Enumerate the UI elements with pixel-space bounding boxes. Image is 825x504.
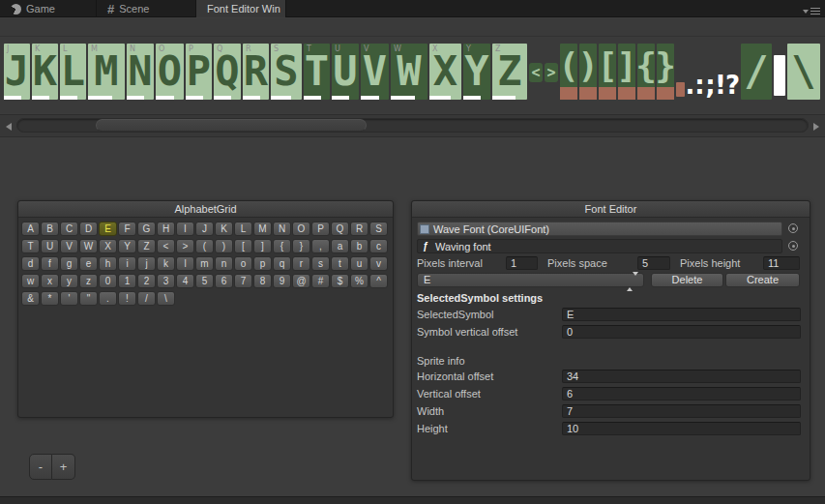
alphabet-key[interactable]: q bbox=[273, 256, 291, 271]
alphabet-key[interactable]: l bbox=[176, 256, 194, 271]
tab-game[interactable]: Game bbox=[0, 0, 97, 17]
alphabet-key[interactable]: z bbox=[79, 274, 98, 288]
alphabet-key[interactable]: 7 bbox=[234, 274, 252, 288]
alphabet-key[interactable]: r bbox=[292, 256, 310, 271]
object-field-waving-font[interactable]: ƒ Waving font bbox=[417, 239, 782, 253]
alphabet-key[interactable]: h bbox=[99, 256, 117, 271]
alphabet-key[interactable]: 1 bbox=[118, 274, 136, 288]
alphabet-key[interactable]: y bbox=[60, 274, 78, 288]
scrollbar-track[interactable] bbox=[16, 118, 809, 133]
alphabet-key[interactable]: O bbox=[292, 222, 310, 236]
alphabet-key[interactable]: Y bbox=[118, 239, 136, 253]
alphabet-key[interactable]: t bbox=[331, 256, 349, 271]
delete-button[interactable]: Delete bbox=[651, 273, 723, 287]
alphabet-key[interactable]: > bbox=[176, 239, 194, 253]
alphabet-key[interactable]: g bbox=[60, 256, 78, 271]
alphabet-key[interactable]: . bbox=[99, 291, 117, 306]
selected-symbol-input[interactable]: E bbox=[562, 308, 801, 321]
alphabet-key[interactable]: 8 bbox=[253, 274, 272, 288]
alphabet-key[interactable]: A bbox=[21, 222, 40, 236]
alphabet-key[interactable]: F bbox=[118, 222, 136, 236]
scroll-left-arrow-icon[interactable] bbox=[6, 123, 12, 131]
alphabet-key[interactable]: M bbox=[253, 222, 272, 236]
zoom-in-button[interactable]: + bbox=[52, 454, 75, 480]
alphabet-key[interactable]: 5 bbox=[195, 274, 214, 288]
alphabet-key[interactable]: ) bbox=[215, 239, 233, 253]
alphabet-key[interactable]: w bbox=[21, 274, 40, 288]
alphabet-key[interactable]: $ bbox=[331, 274, 349, 288]
alphabet-key[interactable]: / bbox=[137, 291, 156, 306]
alphabet-key[interactable]: i bbox=[118, 256, 136, 271]
alphabet-key[interactable]: I bbox=[176, 222, 194, 236]
pixels-height-input[interactable]: 11 bbox=[763, 256, 800, 270]
alphabet-key[interactable]: k bbox=[157, 256, 175, 271]
pixels-interval-input[interactable]: 1 bbox=[506, 256, 538, 270]
alphabet-key[interactable]: 2 bbox=[137, 274, 156, 288]
horizontal-offset-input[interactable]: 34 bbox=[562, 370, 801, 383]
alphabet-key[interactable]: C bbox=[60, 222, 78, 236]
alphabet-key[interactable]: J bbox=[195, 222, 214, 236]
alphabet-key[interactable]: * bbox=[41, 291, 59, 306]
alphabet-key[interactable]: U bbox=[41, 239, 59, 253]
alphabet-key[interactable]: j bbox=[137, 256, 156, 271]
object-field-wave-font[interactable]: Wave Font (CoreUIFont) bbox=[417, 222, 782, 236]
alphabet-key[interactable]: b bbox=[350, 239, 368, 253]
alphabet-key[interactable]: # bbox=[311, 274, 330, 288]
alphabet-key[interactable]: p bbox=[253, 256, 272, 271]
alphabet-key[interactable]: s bbox=[311, 256, 330, 271]
alphabet-key[interactable]: e bbox=[79, 256, 98, 271]
alphabet-key[interactable]: E bbox=[99, 222, 117, 236]
alphabet-key[interactable]: W bbox=[79, 239, 98, 253]
alphabet-key[interactable]: B bbox=[41, 222, 59, 236]
vertical-offset-input[interactable]: 6 bbox=[562, 387, 801, 400]
alphabet-key[interactable]: o bbox=[234, 256, 252, 271]
alphabet-key[interactable]: { bbox=[273, 239, 291, 253]
alphabet-key[interactable]: " bbox=[79, 291, 98, 306]
alphabet-key[interactable]: G bbox=[137, 222, 156, 236]
alphabet-key[interactable]: c bbox=[369, 239, 388, 253]
alphabet-key[interactable]: 3 bbox=[157, 274, 175, 288]
alphabet-key[interactable]: v bbox=[369, 256, 388, 271]
alphabet-key[interactable]: ^ bbox=[369, 274, 388, 288]
alphabet-key[interactable]: f bbox=[41, 256, 59, 271]
alphabet-key[interactable]: < bbox=[157, 239, 175, 253]
object-picker-icon[interactable] bbox=[788, 223, 798, 233]
alphabet-key[interactable]: L bbox=[234, 222, 252, 236]
alphabet-key[interactable]: P bbox=[311, 222, 330, 236]
alphabet-key[interactable]: 6 bbox=[215, 274, 233, 288]
alphabet-key[interactable]: T bbox=[21, 239, 40, 253]
alphabet-key[interactable]: N bbox=[273, 222, 291, 236]
alphabet-key[interactable]: @ bbox=[292, 274, 310, 288]
width-input[interactable]: 7 bbox=[562, 404, 801, 418]
alphabet-key[interactable]: x bbox=[41, 274, 59, 288]
alphabet-key[interactable]: ! bbox=[118, 291, 136, 306]
alphabet-key[interactable]: 4 bbox=[176, 274, 194, 288]
alphabet-key[interactable]: } bbox=[292, 239, 310, 253]
alphabet-key[interactable]: n bbox=[215, 256, 233, 271]
alphabet-key[interactable]: V bbox=[60, 239, 78, 253]
alphabet-key[interactable]: R bbox=[350, 222, 368, 236]
alphabet-key[interactable]: & bbox=[21, 291, 40, 306]
object-picker-icon[interactable] bbox=[788, 241, 798, 251]
alphabet-key[interactable]: ( bbox=[195, 239, 214, 253]
alphabet-key[interactable]: Z bbox=[137, 239, 156, 253]
alphabet-key[interactable]: , bbox=[311, 239, 330, 253]
scrollbar-thumb[interactable] bbox=[96, 119, 367, 132]
alphabet-key[interactable]: ] bbox=[253, 239, 272, 253]
zoom-out-button[interactable]: - bbox=[29, 454, 52, 480]
alphabet-key[interactable]: d bbox=[21, 256, 40, 271]
pixels-space-input[interactable]: 5 bbox=[637, 256, 670, 270]
scroll-right-arrow-icon[interactable] bbox=[813, 123, 819, 131]
tab-font-editor-win[interactable]: Font Editor Win bbox=[196, 0, 286, 17]
height-input[interactable]: 10 bbox=[562, 422, 801, 435]
alphabet-key[interactable]: S bbox=[369, 222, 388, 236]
create-button[interactable]: Create bbox=[725, 273, 800, 287]
alphabet-key[interactable]: H bbox=[157, 222, 175, 236]
alphabet-key[interactable]: % bbox=[350, 274, 368, 288]
alphabet-key[interactable]: 0 bbox=[99, 274, 117, 288]
alphabet-key[interactable]: 9 bbox=[273, 274, 291, 288]
window-menu-icon[interactable] bbox=[803, 6, 820, 16]
alphabet-key[interactable]: Q bbox=[331, 222, 349, 236]
alphabet-key[interactable]: \ bbox=[157, 291, 175, 306]
alphabet-key[interactable]: D bbox=[79, 222, 98, 236]
